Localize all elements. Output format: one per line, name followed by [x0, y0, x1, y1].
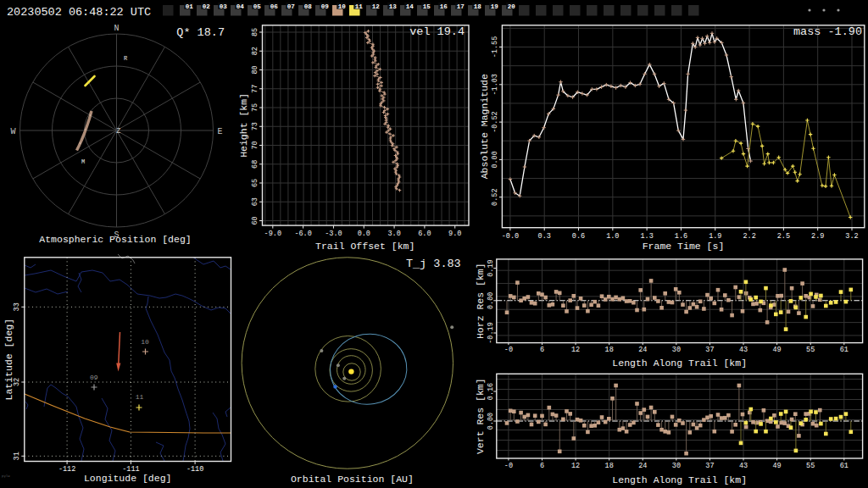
svg-text:05: 05: [253, 3, 262, 10]
svg-text:-111: -111: [122, 465, 139, 474]
svg-text:0.6: 0.6: [572, 232, 585, 241]
svg-text:75: 75: [251, 103, 259, 112]
svg-text:49: 49: [772, 346, 781, 354]
svg-text:63: 63: [251, 197, 259, 206]
svg-text:03: 03: [220, 3, 228, 10]
svg-text:Horz Res [km]: Horz Res [km]: [475, 263, 486, 339]
svg-text:0.00: 0.00: [487, 292, 495, 309]
svg-text:9.0: 9.0: [448, 230, 461, 238]
svg-text:80: 80: [251, 65, 259, 74]
svg-text:30: 30: [672, 346, 681, 354]
svg-text:Length Along Trail [km]: Length Along Trail [km]: [612, 474, 747, 485]
svg-text:01: 01: [186, 3, 194, 10]
svg-text:-0.0: -0.0: [502, 232, 519, 241]
svg-text:Length Along Trail [km]: Length Along Trail [km]: [612, 358, 747, 369]
svg-text:3.2: 3.2: [845, 232, 858, 241]
svg-text:07: 07: [287, 3, 295, 10]
svg-text:55: 55: [806, 346, 815, 354]
svg-text:Vert Res [km]: Vert Res [km]: [475, 378, 486, 454]
svg-text:pylw: pylw: [2, 474, 10, 478]
svg-text:0.00: 0.00: [491, 151, 499, 168]
svg-text:02: 02: [203, 3, 211, 10]
svg-text:0.52: 0.52: [491, 188, 499, 205]
svg-text:20: 20: [508, 3, 516, 10]
svg-text:12: 12: [372, 3, 381, 10]
svg-text:Orbital Position [AU]: Orbital Position [AU]: [291, 474, 414, 485]
svg-text:1.3: 1.3: [640, 232, 653, 241]
svg-text:M: M: [81, 158, 85, 165]
svg-text:Frame Time [s]: Frame Time [s]: [643, 241, 725, 252]
svg-text:-1.03: -1.03: [491, 74, 499, 96]
svg-text:12: 12: [571, 462, 580, 470]
svg-text:61: 61: [840, 462, 849, 470]
svg-text:70: 70: [251, 141, 259, 149]
svg-text:0.19: 0.19: [487, 259, 495, 276]
svg-text:6: 6: [540, 346, 544, 354]
svg-text:24: 24: [638, 346, 647, 354]
svg-text:09: 09: [90, 374, 98, 381]
svg-text:30: 30: [672, 462, 681, 470]
svg-text:W: W: [10, 127, 15, 136]
svg-text:12: 12: [571, 346, 580, 354]
svg-text:18: 18: [474, 3, 482, 10]
svg-text:60: 60: [251, 216, 259, 225]
svg-text:-3.0: -3.0: [325, 230, 342, 238]
svg-text:20230502 06:48:22 UTC: 20230502 06:48:22 UTC: [7, 6, 151, 19]
svg-text:-0: -0: [504, 462, 513, 470]
svg-text:32: 32: [13, 378, 21, 386]
svg-text:0.3: 0.3: [538, 232, 551, 241]
svg-text:37: 37: [705, 346, 714, 354]
svg-text:19: 19: [491, 3, 499, 10]
svg-text:1.0: 1.0: [606, 232, 619, 241]
svg-text:-0.19: -0.19: [487, 322, 495, 344]
svg-text:18: 18: [605, 346, 614, 354]
svg-text:1.9: 1.9: [709, 232, 721, 241]
svg-text:Height [km]: Height [km]: [238, 93, 249, 158]
svg-text:Absolute Magnitude: Absolute Magnitude: [479, 74, 490, 179]
svg-text:16: 16: [440, 3, 448, 10]
svg-text:-112: -112: [58, 465, 75, 474]
svg-text:33: 33: [13, 302, 21, 311]
svg-text:2.5: 2.5: [777, 232, 790, 241]
svg-text:-110: -110: [186, 465, 203, 474]
svg-text:68: 68: [251, 160, 259, 169]
svg-text:Q* 18.7: Q* 18.7: [176, 26, 225, 39]
svg-text:Atmospheric Position [deg]: Atmospheric Position [deg]: [39, 234, 191, 245]
svg-text:6.0: 6.0: [418, 230, 431, 238]
svg-text:11: 11: [136, 393, 144, 401]
svg-text:49: 49: [772, 462, 781, 470]
svg-text:04: 04: [236, 3, 245, 10]
svg-text:24: 24: [638, 462, 647, 470]
svg-text:3.0: 3.0: [387, 230, 400, 238]
svg-text:31: 31: [13, 452, 21, 460]
svg-text:Trail Offset [km]: Trail Offset [km]: [315, 241, 415, 252]
svg-text:6: 6: [540, 462, 544, 470]
svg-text:11: 11: [355, 3, 364, 10]
svg-text:73: 73: [251, 122, 259, 130]
svg-text:37: 37: [705, 462, 714, 470]
svg-text:1.6: 1.6: [675, 232, 687, 241]
svg-text:2.9: 2.9: [811, 232, 824, 241]
svg-text:82: 82: [251, 47, 259, 55]
svg-text:2.2: 2.2: [743, 232, 755, 241]
svg-text:-6.0: -6.0: [294, 230, 311, 238]
svg-text:43: 43: [739, 462, 748, 470]
svg-text:Z: Z: [116, 127, 120, 136]
svg-text:10: 10: [338, 3, 347, 10]
svg-text:mass -1.90: mass -1.90: [793, 25, 862, 38]
svg-text:14: 14: [406, 3, 415, 10]
svg-text:65: 65: [251, 179, 259, 187]
svg-text:Longitude [deg]: Longitude [deg]: [84, 473, 172, 484]
svg-text:55: 55: [806, 462, 815, 470]
svg-text:Latitude [deg]: Latitude [deg]: [3, 319, 14, 401]
svg-text:18: 18: [605, 462, 614, 470]
svg-text:77: 77: [251, 85, 259, 93]
svg-text:N: N: [114, 24, 119, 33]
svg-text:06: 06: [270, 3, 279, 10]
svg-text:-9.0: -9.0: [264, 230, 281, 238]
svg-text:-0: -0: [504, 346, 513, 354]
svg-text:0.0: 0.0: [358, 230, 370, 238]
svg-text:15: 15: [423, 3, 431, 10]
svg-text:vel 19.4: vel 19.4: [409, 25, 465, 38]
svg-text:E: E: [217, 127, 222, 136]
